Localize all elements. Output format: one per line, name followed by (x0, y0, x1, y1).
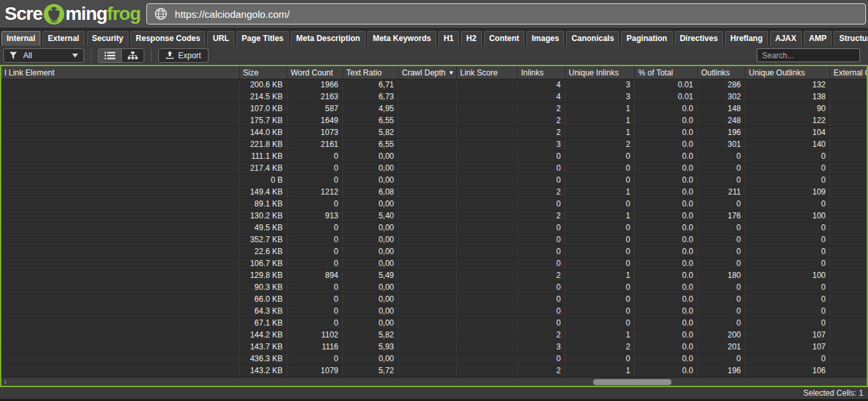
cell-link-score[interactable] (457, 91, 518, 103)
cell-link-element[interactable] (1, 175, 240, 186)
cell-pct-of-total[interactable]: 0.0 (635, 330, 698, 341)
column-header-link-score[interactable]: Link Score (457, 66, 518, 79)
table-row[interactable]: 130.2 KB9135,40210.0176100 (1, 210, 867, 222)
cell-link-element[interactable] (1, 270, 240, 281)
cell-unique-outlinks[interactable]: 90 (746, 103, 830, 114)
column-header-link-element[interactable]: l Link Element (1, 66, 240, 79)
tab-images[interactable]: Images (526, 31, 564, 46)
cell-text-ratio[interactable]: 5,49 (343, 270, 399, 281)
cell-pct-of-total[interactable]: 0.0 (635, 365, 698, 377)
tab-ajax[interactable]: AJAX (770, 31, 802, 46)
cell-unique-inlinks[interactable]: 3 (565, 79, 635, 91)
cell-link-element[interactable] (1, 282, 240, 293)
table-row[interactable]: 144.0 KB10735,82210.0196104 (1, 127, 867, 139)
cell-inlinks[interactable]: 2 (518, 127, 565, 138)
horizontal-scrollbar[interactable]: ‹ (1, 377, 867, 386)
cell-link-element[interactable] (1, 330, 240, 341)
cell-size[interactable]: 352.7 KB (240, 234, 287, 245)
cell-text-ratio[interactable]: 0,00 (343, 246, 399, 257)
cell-inlinks[interactable]: 0 (518, 294, 565, 305)
cell-external-outlinks[interactable] (830, 246, 867, 257)
cell-inlinks[interactable]: 0 (518, 199, 565, 210)
list-view-button[interactable] (99, 49, 121, 62)
cell-unique-outlinks[interactable]: 132 (746, 79, 830, 91)
cell-inlinks[interactable]: 0 (518, 222, 565, 234)
cell-crawl-depth[interactable] (399, 270, 457, 281)
cell-external-outlinks[interactable] (830, 365, 867, 377)
cell-crawl-depth[interactable] (399, 91, 457, 103)
cell-word-count[interactable]: 0 (287, 353, 343, 365)
cell-link-score[interactable] (457, 103, 518, 114)
cell-text-ratio[interactable]: 0,00 (343, 234, 399, 245)
column-header-crawl-depth[interactable]: Crawl Depth▼ (399, 66, 457, 79)
cell-external-outlinks[interactable] (830, 115, 867, 126)
cell-crawl-depth[interactable] (399, 163, 457, 174)
cell-unique-inlinks[interactable]: 0 (565, 199, 635, 210)
table-row[interactable]: 175.7 KB16496,55210.0248122 (1, 115, 867, 127)
cell-unique-inlinks[interactable]: 1 (565, 115, 635, 126)
cell-unique-outlinks[interactable]: 0 (746, 246, 830, 257)
cell-link-element[interactable] (1, 79, 240, 91)
url-bar[interactable]: https://calciodangolo.com/ (146, 3, 866, 24)
cell-pct-of-total[interactable]: 0.0 (635, 139, 698, 150)
cell-link-element[interactable] (1, 187, 240, 198)
cell-unique-outlinks[interactable]: 0 (746, 199, 830, 210)
cell-size[interactable]: 144.0 KB (240, 127, 287, 138)
cell-unique-inlinks[interactable]: 2 (565, 139, 635, 150)
cell-link-element[interactable] (1, 365, 240, 377)
cell-word-count[interactable]: 0 (287, 282, 343, 293)
cell-link-score[interactable] (457, 151, 518, 162)
cell-outlinks[interactable]: 302 (698, 91, 746, 103)
cell-pct-of-total[interactable]: 0.0 (635, 175, 698, 186)
cell-link-element[interactable] (1, 139, 240, 150)
cell-link-element[interactable] (1, 199, 240, 210)
cell-unique-inlinks[interactable]: 0 (565, 222, 635, 234)
tab-meta-description[interactable]: Meta Description (291, 31, 365, 46)
table-row[interactable]: 200.6 KB19666,71430.01286132 (1, 79, 867, 91)
cell-unique-inlinks[interactable]: 2 (565, 341, 635, 353)
cell-size[interactable]: 175.7 KB (240, 115, 287, 126)
cell-unique-inlinks[interactable]: 0 (565, 282, 635, 293)
cell-inlinks[interactable]: 2 (518, 365, 565, 377)
cell-link-score[interactable] (457, 222, 518, 234)
cell-link-element[interactable] (1, 246, 240, 257)
cell-size[interactable]: 49.5 KB (240, 222, 287, 234)
export-button[interactable]: Export (158, 48, 209, 63)
cell-crawl-depth[interactable] (399, 139, 457, 150)
cell-unique-inlinks[interactable]: 0 (565, 306, 635, 317)
cell-link-score[interactable] (457, 318, 518, 329)
cell-pct-of-total[interactable]: 0.0 (635, 115, 698, 126)
cell-unique-inlinks[interactable]: 1 (565, 365, 635, 377)
cell-word-count[interactable]: 0 (287, 175, 343, 186)
cell-word-count[interactable]: 1649 (287, 115, 343, 126)
cell-unique-inlinks[interactable]: 1 (565, 187, 635, 198)
cell-text-ratio[interactable]: 5,40 (343, 210, 399, 222)
column-header-outlinks[interactable]: Outlinks (698, 66, 746, 79)
cell-text-ratio[interactable]: 5,72 (343, 365, 399, 377)
cell-inlinks[interactable]: 2 (518, 270, 565, 281)
cell-link-score[interactable] (457, 365, 518, 377)
cell-unique-outlinks[interactable]: 104 (746, 127, 830, 138)
cell-size[interactable]: 64.3 KB (240, 306, 287, 317)
cell-unique-inlinks[interactable]: 1 (565, 270, 635, 281)
cell-unique-inlinks[interactable]: 0 (565, 258, 635, 269)
cell-link-score[interactable] (457, 258, 518, 269)
cell-external-outlinks[interactable] (830, 187, 867, 198)
cell-crawl-depth[interactable] (399, 365, 457, 377)
cell-pct-of-total[interactable]: 0.0 (635, 163, 698, 174)
cell-crawl-depth[interactable] (399, 79, 457, 91)
cell-external-outlinks[interactable] (830, 199, 867, 210)
scrollbar-thumb[interactable] (593, 379, 671, 385)
cell-inlinks[interactable]: 2 (518, 187, 565, 198)
cell-external-outlinks[interactable] (830, 210, 867, 222)
tab-security[interactable]: Security (87, 31, 128, 46)
cell-inlinks[interactable]: 0 (518, 258, 565, 269)
table-row[interactable]: 352.7 KB00,00000.000 (1, 234, 867, 246)
cell-outlinks[interactable]: 148 (698, 103, 746, 114)
cell-word-count[interactable]: 0 (287, 294, 343, 305)
tab-structured-data[interactable]: Structured Data (834, 31, 868, 46)
cell-outlinks[interactable]: 211 (698, 187, 746, 198)
cell-crawl-depth[interactable] (399, 318, 457, 329)
cell-pct-of-total[interactable]: 0.0 (635, 282, 698, 293)
cell-size[interactable]: 143.7 KB (240, 341, 287, 353)
